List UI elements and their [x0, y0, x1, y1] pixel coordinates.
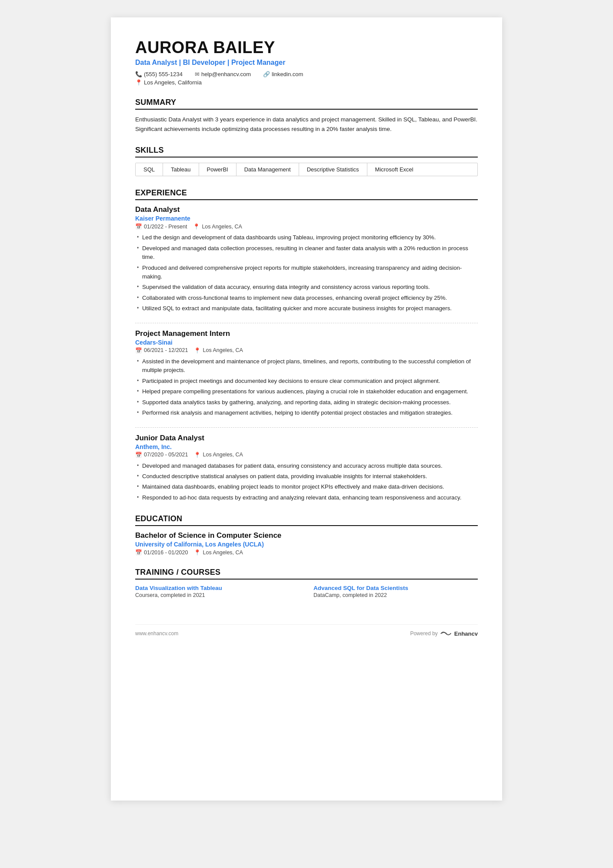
training-item-2: Advanced SQL for Data Scientists DataCam… — [313, 585, 478, 598]
job-3-bullet-2: Conducted descriptive statistical analys… — [135, 472, 478, 481]
edu-meta: 📅 01/2016 - 01/2020 📍 Los Angeles, CA — [135, 549, 478, 556]
edu-location: 📍 Los Angeles, CA — [194, 549, 243, 556]
summary-section: SUMMARY Enthusiastic Data Analyst with 3… — [135, 98, 478, 134]
job-1-bullet-6: Utilized SQL to extract and manipulate d… — [135, 304, 478, 313]
job-2-company: Cedars-Sinai — [135, 339, 478, 346]
job-3-bullets: Developed and managed databases for pati… — [135, 462, 478, 503]
training-1-title: Data Visualization with Tableau — [135, 585, 300, 591]
page-footer: www.enhancv.com Powered by Enhancv — [135, 624, 478, 637]
skill-microsoft-excel: Microsoft Excel — [367, 163, 421, 176]
phone-contact: 📞 (555) 555-1234 — [135, 71, 183, 77]
phone-icon: 📞 — [135, 71, 142, 77]
job-3-company: Anthem, Inc. — [135, 443, 478, 450]
job-2-bullet-1: Assisted in the development and maintena… — [135, 357, 478, 375]
skill-powerbi: PowerBI — [199, 163, 237, 176]
training-2-sub: DataCamp, completed in 2022 — [313, 592, 478, 598]
job-2-bullet-4: Supported data analytics tasks by gather… — [135, 398, 478, 407]
training-section: TRAINING / COURSES Data Visualization wi… — [135, 568, 478, 598]
linkedin-contact: 🔗 linkedin.com — [263, 71, 303, 77]
training-2-title: Advanced SQL for Data Scientists — [313, 585, 478, 591]
job-1-bullet-2: Developed and managed data collection pr… — [135, 244, 478, 262]
enhancv-icon — [440, 630, 453, 637]
edu-date: 📅 01/2016 - 01/2020 — [135, 549, 188, 556]
job-1-bullets: Led the design and development of data d… — [135, 233, 478, 313]
job-1-company: Kaiser Permanente — [135, 215, 478, 222]
job-3-date: 📅 07/2020 - 05/2021 — [135, 452, 188, 458]
job-3-title: Junior Data Analyst — [135, 434, 478, 442]
edu-school: University of California, Los Angeles (U… — [135, 541, 478, 548]
experience-section: EXPERIENCE Data Analyst Kaiser Permanent… — [135, 188, 478, 502]
job-1-title: Data Analyst — [135, 205, 478, 214]
linkedin-value: linkedin.com — [272, 71, 303, 77]
job-3-bullet-3: Maintained data dashboards, enabling pro… — [135, 483, 478, 491]
footer-url: www.enhancv.com — [135, 630, 178, 637]
job-1-meta: 📅 01/2022 - Present 📍 Los Angeles, CA — [135, 223, 478, 230]
location-icon-3: 📍 — [194, 452, 201, 458]
job-2-location: 📍 Los Angeles, CA — [194, 347, 243, 354]
email-icon: ✉ — [195, 71, 200, 77]
powered-by-label: Powered by — [410, 630, 437, 637]
location-row: 📍 Los Angeles, California — [135, 79, 478, 86]
resume-page: AURORA BAILEY Data Analyst | BI Develope… — [111, 17, 502, 801]
skills-section: SKILLS SQL Tableau PowerBI Data Manageme… — [135, 146, 478, 176]
job-2-meta: 📅 06/2021 - 12/2021 📍 Los Angeles, CA — [135, 347, 478, 354]
calendar-icon-1: 📅 — [135, 223, 142, 230]
job-3-bullet-1: Developed and managed databases for pati… — [135, 462, 478, 470]
location-icon-edu: 📍 — [194, 549, 201, 556]
job-2-title: Project Management Intern — [135, 329, 478, 338]
skills-list: SQL Tableau PowerBI Data Management Desc… — [135, 163, 478, 176]
job-1-bullet-1: Led the design and development of data d… — [135, 233, 478, 242]
job-3-location: 📍 Los Angeles, CA — [194, 452, 243, 458]
training-1-sub: Coursera, completed in 2021 — [135, 592, 300, 598]
job-2: Project Management Intern Cedars-Sinai 📅… — [135, 329, 478, 418]
enhancv-logo: Enhancv — [440, 630, 478, 637]
experience-title: EXPERIENCE — [135, 188, 478, 200]
training-item-1: Data Visualization with Tableau Coursera… — [135, 585, 300, 598]
job-2-bullet-5: Performed risk analysis and management a… — [135, 409, 478, 417]
location-icon-1: 📍 — [193, 223, 200, 230]
skill-sql: SQL — [136, 163, 163, 176]
training-grid: Data Visualization with Tableau Coursera… — [135, 585, 478, 598]
summary-title: SUMMARY — [135, 98, 478, 110]
job-divider-2 — [135, 427, 478, 428]
location-icon: 📍 — [135, 79, 142, 86]
job-1-bullet-3: Produced and delivered comprehensive pro… — [135, 264, 478, 282]
candidate-name: AURORA BAILEY — [135, 38, 478, 57]
enhancv-brand-name: Enhancv — [454, 630, 478, 637]
calendar-icon-2: 📅 — [135, 347, 142, 354]
skill-descriptive-statistics: Descriptive Statistics — [299, 163, 367, 176]
skills-title: SKILLS — [135, 146, 478, 158]
job-2-bullet-2: Participated in project meetings and doc… — [135, 377, 478, 385]
location-icon-2: 📍 — [194, 347, 201, 354]
email-contact: ✉ help@enhancv.com — [195, 71, 251, 77]
header: AURORA BAILEY Data Analyst | BI Develope… — [135, 38, 478, 86]
job-1-location: 📍 Los Angeles, CA — [193, 223, 242, 230]
email-value: help@enhancv.com — [201, 71, 251, 77]
job-2-bullets: Assisted in the development and maintena… — [135, 357, 478, 418]
skill-data-management: Data Management — [237, 163, 299, 176]
education-section: EDUCATION Bachelor of Science in Compute… — [135, 514, 478, 556]
job-3-bullet-4: Responded to ad-hoc data requests by ext… — [135, 493, 478, 502]
training-title: TRAINING / COURSES — [135, 568, 478, 580]
candidate-title: Data Analyst | BI Developer | Project Ma… — [135, 59, 478, 67]
job-3: Junior Data Analyst Anthem, Inc. 📅 07/20… — [135, 434, 478, 503]
contact-row: 📞 (555) 555-1234 ✉ help@enhancv.com 🔗 li… — [135, 71, 478, 77]
job-divider-1 — [135, 323, 478, 323]
education-title: EDUCATION — [135, 514, 478, 526]
phone-value: (555) 555-1234 — [144, 71, 183, 77]
job-1-bullet-4: Supervised the validation of data accura… — [135, 283, 478, 292]
job-1-bullet-5: Collaborated with cross-functional teams… — [135, 294, 478, 302]
job-1: Data Analyst Kaiser Permanente 📅 01/2022… — [135, 205, 478, 313]
calendar-icon-3: 📅 — [135, 452, 142, 458]
calendar-icon-edu: 📅 — [135, 549, 142, 556]
job-2-bullet-3: Helped prepare compelling presentations … — [135, 387, 478, 396]
link-icon: 🔗 — [263, 71, 270, 77]
skill-tableau: Tableau — [163, 163, 199, 176]
job-1-date: 📅 01/2022 - Present — [135, 223, 187, 230]
job-3-meta: 📅 07/2020 - 05/2021 📍 Los Angeles, CA — [135, 452, 478, 458]
footer-powered: Powered by Enhancv — [410, 630, 478, 637]
location-contact: 📍 Los Angeles, California — [135, 79, 202, 86]
location-value: Los Angeles, California — [144, 79, 202, 86]
summary-text: Enthusiastic Data Analyst with 3 years e… — [135, 115, 478, 134]
edu-degree: Bachelor of Science in Computer Science — [135, 531, 478, 540]
